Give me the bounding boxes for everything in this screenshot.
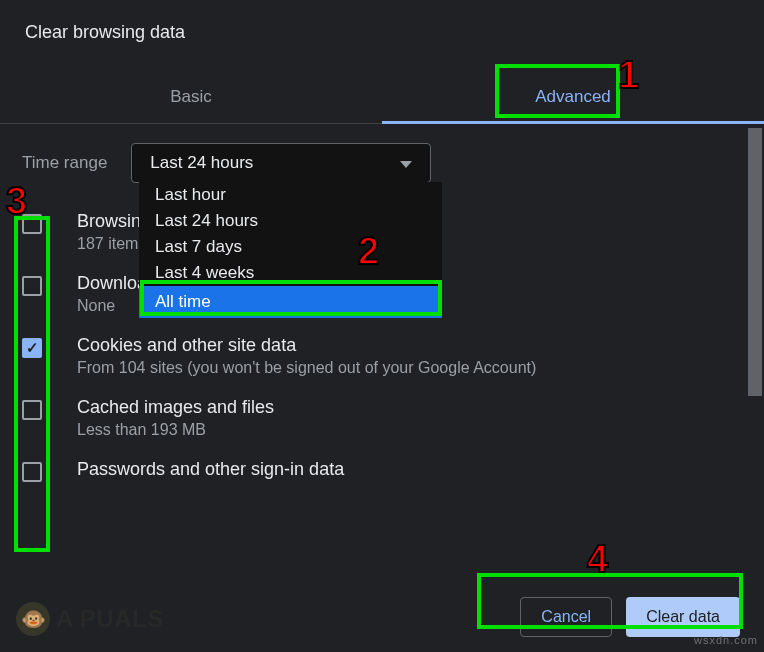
checkbox-cookies[interactable]: ✓ bbox=[22, 338, 42, 358]
option-last-7-days[interactable]: Last 7 days bbox=[139, 234, 442, 260]
checkbox-download-history[interactable] bbox=[22, 276, 42, 296]
option-last-hour[interactable]: Last hour bbox=[139, 182, 442, 208]
brand-text: A bbox=[56, 605, 74, 633]
item-title: Cookies and other site data bbox=[77, 335, 536, 356]
time-range-options: Last hour Last 24 hours Last 7 days Last… bbox=[139, 182, 442, 318]
item-title: Passwords and other sign-in data bbox=[77, 459, 344, 480]
dialog-title: Clear browsing data bbox=[0, 0, 764, 43]
time-range-label: Time range bbox=[22, 153, 107, 173]
brand-text-2: PUALS bbox=[80, 605, 164, 633]
item-passwords[interactable]: Passwords and other sign-in data bbox=[0, 449, 764, 492]
option-last-4-weeks[interactable]: Last 4 weeks bbox=[139, 260, 442, 286]
time-range-select[interactable]: Last 24 hours bbox=[131, 143, 431, 183]
item-cached[interactable]: Cached images and files Less than 193 MB bbox=[0, 387, 764, 449]
item-cookies[interactable]: ✓ Cookies and other site data From 104 s… bbox=[0, 325, 764, 387]
time-range-row: Time range Last 24 hours bbox=[0, 118, 764, 183]
item-title: Cached images and files bbox=[77, 397, 274, 418]
brand-logo: 🐵 A PUALS bbox=[16, 602, 164, 636]
chevron-down-icon bbox=[400, 161, 412, 168]
brand-icon: 🐵 bbox=[16, 602, 50, 636]
item-subtitle: From 104 sites (you won't be signed out … bbox=[77, 359, 536, 377]
clear-data-button[interactable]: Clear data bbox=[626, 597, 740, 637]
time-range-value: Last 24 hours bbox=[150, 153, 253, 173]
checkbox-passwords[interactable] bbox=[22, 462, 42, 482]
clear-browsing-data-dialog: Clear browsing data Basic Advanced Time … bbox=[0, 0, 764, 652]
option-last-24-hours[interactable]: Last 24 hours bbox=[139, 208, 442, 234]
tab-advanced[interactable]: Advanced bbox=[382, 73, 764, 124]
checkbox-browsing-history[interactable] bbox=[22, 214, 42, 234]
tab-basic[interactable]: Basic bbox=[0, 73, 382, 123]
option-all-time[interactable]: All time bbox=[139, 286, 442, 318]
cancel-button[interactable]: Cancel bbox=[520, 597, 612, 637]
checkbox-cached[interactable] bbox=[22, 400, 42, 420]
watermark: wsxdn.com bbox=[694, 634, 758, 646]
tabs: Basic Advanced bbox=[0, 73, 764, 124]
item-subtitle: Less than 193 MB bbox=[77, 421, 274, 439]
